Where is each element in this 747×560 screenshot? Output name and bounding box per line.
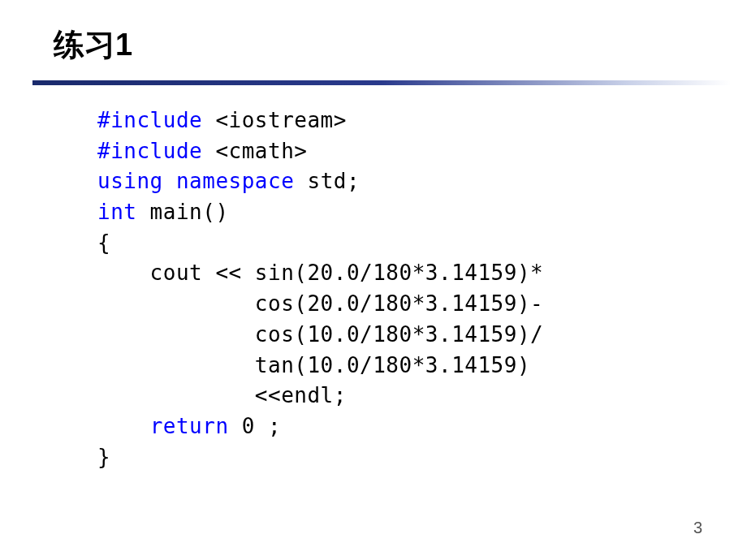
slide-title: 练习1 (54, 24, 698, 66)
code-block: #include <iostream> #include <cmath> usi… (97, 106, 698, 472)
code-text: 0 ; (229, 414, 282, 438)
code-keyword-int: int (97, 200, 136, 224)
code-text: <cmath> (202, 139, 307, 163)
code-keyword-namespace: namespace (163, 169, 295, 193)
code-text: std; (294, 169, 360, 193)
slide-container: 练习1 #include <iostream> #include <cmath>… (0, 0, 747, 560)
code-keyword-include: #include (97, 108, 202, 132)
code-line: cos(20.0/180*3.14159)- (97, 291, 543, 316)
title-divider (32, 80, 731, 85)
code-line: cos(10.0/180*3.14159)/ (97, 322, 543, 347)
code-text: main() (136, 200, 228, 224)
page-number: 3 (693, 519, 702, 537)
code-keyword-include: #include (97, 139, 202, 163)
code-line: cout << sin(20.0/180*3.14159)* (97, 261, 543, 285)
code-text: <iostream> (202, 108, 347, 132)
code-brace: { (97, 230, 110, 255)
code-line: tan(10.0/180*3.14159) (97, 353, 530, 377)
code-keyword-return: return (150, 414, 229, 438)
code-indent (97, 414, 150, 438)
code-line: <<endl; (97, 383, 347, 407)
code-keyword-using: using (97, 169, 163, 193)
code-brace: } (97, 445, 110, 469)
